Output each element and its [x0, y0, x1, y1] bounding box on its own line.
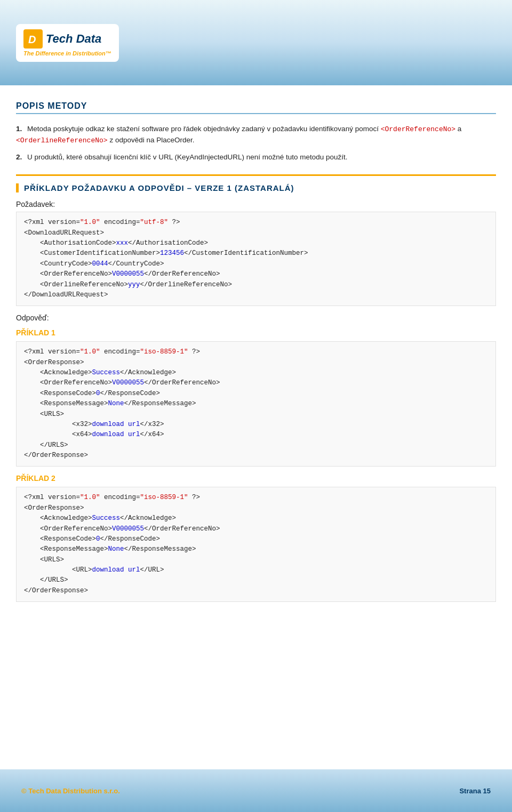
- section-title-popis: POPIS METODY: [16, 101, 496, 114]
- priklad1-label: PŘÍKLAD 1: [16, 328, 496, 337]
- item1-text-after: z odpovědi na PlaceOrder.: [108, 136, 195, 144]
- section-title-priklady: PŘÍKLADY POŽADAVKU A ODPOVĚDI – VERZE 1 …: [16, 183, 496, 192]
- logo-tagline-text: The Difference in Distribution™: [23, 50, 111, 57]
- logo-brand-text: Tech Data: [46, 32, 101, 46]
- item1-text-mid: a: [455, 125, 461, 133]
- page-header: D Tech Data The Difference in Distributi…: [0, 0, 512, 85]
- footer-page-number: Strana 15: [459, 787, 491, 795]
- item1-text-before: Metoda poskytuje odkaz ke stažení softwa…: [27, 125, 381, 133]
- page-footer: © Tech Data Distribution s.r.o. Strana 1…: [0, 769, 512, 812]
- item1-code1: <OrderReferenceNo>: [381, 125, 455, 133]
- logo-icon: D: [23, 29, 43, 49]
- priklad2-code-block: <?xml version="1.0" encoding="iso-8859-1…: [16, 487, 496, 602]
- footer-copyright: © Tech Data Distribution s.r.o.: [21, 787, 120, 795]
- request-label: Požadavek:: [16, 200, 496, 208]
- response-label: Odpověď:: [16, 313, 496, 322]
- numbered-item-1: 1. Metoda poskytuje odkaz ke stažení sof…: [16, 124, 496, 146]
- item1-num: 1.: [16, 125, 22, 133]
- logo-top: D Tech Data: [23, 29, 101, 49]
- item2-num: 2.: [16, 153, 22, 161]
- footer-copyright-text: © Tech Data Distribution s.r.o.: [21, 787, 120, 795]
- numbered-item-2: 2. U produktů, které obsahují licenční k…: [16, 152, 496, 163]
- priklad1-code-block: <?xml version="1.0" encoding="iso-8859-1…: [16, 341, 496, 467]
- item1-code2: <OrderlineReferenceNo>: [16, 136, 108, 144]
- section-divider: [16, 174, 496, 176]
- logo-container: D Tech Data The Difference in Distributi…: [16, 24, 119, 62]
- svg-text:D: D: [28, 34, 36, 45]
- request-code-block: <?xml version="1.0" encoding="utf-8" ?> …: [16, 212, 496, 306]
- priklad2-label: PŘÍKLAD 2: [16, 474, 496, 483]
- main-content: POPIS METODY 1. Metoda poskytuje odkaz k…: [0, 85, 512, 625]
- item2-text: U produktů, které obsahují licenční klíč…: [27, 153, 348, 161]
